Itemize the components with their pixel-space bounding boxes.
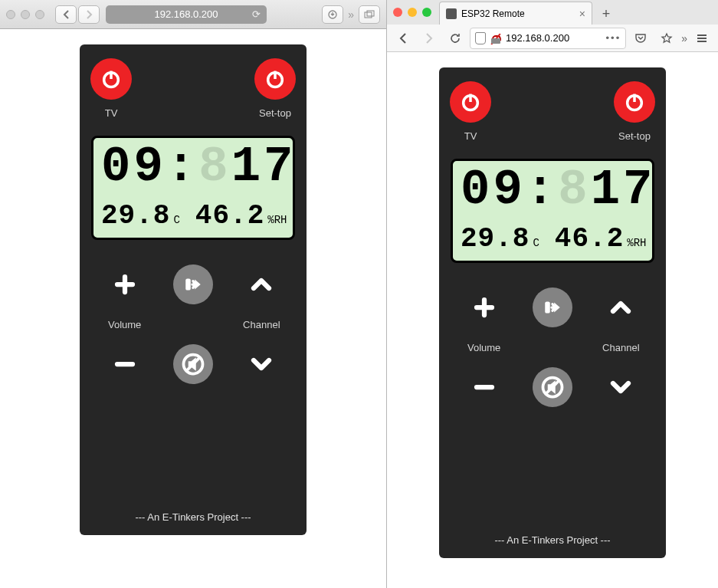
temperature-unit: C — [533, 237, 539, 249]
clock-hours: 09 — [101, 143, 166, 192]
address-text: 192.168.0.200 — [154, 8, 218, 20]
volume-down-button[interactable] — [105, 344, 145, 384]
power-settop-button[interactable] — [614, 81, 655, 123]
svg-rect-7 — [185, 278, 191, 290]
insecure-lock-icon — [490, 33, 501, 44]
svg-rect-2 — [367, 11, 374, 16]
traffic-minimize[interactable] — [408, 8, 417, 17]
browser-tab[interactable]: ESP32 Remote × — [439, 2, 592, 25]
volume-up-button[interactable] — [105, 264, 145, 304]
clock-hours: 09 — [461, 166, 526, 215]
tabs-button[interactable] — [359, 5, 380, 24]
bookmark-button[interactable] — [655, 28, 678, 49]
remote-card: TV Set-top 09:817 29.8C 46.2%RH — [439, 67, 666, 558]
temperature-value: 29.8 — [101, 200, 170, 232]
channel-label: Channel — [602, 342, 639, 353]
footer-text: --- An E-Tinkers Project --- — [135, 511, 251, 523]
meatball-icon[interactable]: ••• — [606, 32, 621, 44]
safari-toolbar: 192.168.0.200 ⟳ » — [0, 0, 386, 29]
firefox-tabstrip: ESP32 Remote × + — [387, 0, 718, 25]
power-settop-label: Set-top — [259, 107, 291, 119]
volume-down-button[interactable] — [464, 367, 504, 407]
channel-down-button[interactable] — [241, 344, 281, 384]
power-settop-label: Set-top — [618, 130, 651, 142]
enter-button[interactable] — [173, 264, 213, 304]
address-bar[interactable]: 192.168.0.200 ••• — [470, 28, 626, 49]
humidity-unit: %RH — [267, 214, 287, 226]
svg-rect-14 — [545, 301, 550, 313]
mute-button[interactable] — [533, 367, 572, 407]
tab-title: ESP32 Remote — [461, 8, 575, 19]
close-tab-icon[interactable]: × — [579, 8, 585, 20]
channel-up-button[interactable] — [601, 287, 641, 327]
svg-rect-1 — [365, 12, 372, 18]
volume-up-button[interactable] — [464, 287, 504, 327]
firefox-toolbar: 192.168.0.200 ••• » — [387, 25, 718, 52]
favicon — [446, 8, 457, 19]
traffic-zoom[interactable] — [35, 10, 44, 19]
temperature-unit: C — [173, 214, 179, 226]
power-settop-button[interactable] — [254, 58, 296, 100]
traffic-zoom[interactable] — [422, 8, 431, 17]
overflow-icon[interactable]: » — [681, 32, 687, 44]
power-tv-label: TV — [464, 130, 477, 142]
reload-icon[interactable]: ⟳ — [252, 8, 261, 20]
humidity-value: 46.2 — [195, 200, 264, 232]
power-tv-label: TV — [105, 107, 118, 119]
back-button[interactable] — [55, 5, 77, 24]
traffic-close[interactable] — [393, 8, 402, 17]
lcd-display: 09:817 29.8C 46.2%RH — [451, 159, 654, 263]
address-text: 192.168.0.200 — [506, 32, 602, 44]
mute-button[interactable] — [173, 344, 213, 384]
menu-button[interactable] — [690, 28, 713, 49]
new-tab-button[interactable]: + — [595, 3, 617, 25]
footer-text: --- An E-Tinkers Project --- — [494, 534, 610, 546]
traffic-close[interactable] — [6, 10, 15, 19]
channel-down-button[interactable] — [601, 367, 641, 407]
remote-card: TV Set-top 09:817 29.8C 46.2%RH — [80, 44, 307, 535]
clock-minutes: 17 — [591, 166, 656, 215]
channel-label: Channel — [243, 319, 280, 330]
traffic-minimize[interactable] — [21, 10, 30, 19]
forward-button[interactable] — [78, 5, 100, 24]
temperature-value: 29.8 — [461, 223, 529, 255]
volume-label: Volume — [467, 342, 500, 353]
humidity-unit: %RH — [627, 237, 646, 249]
downloads-button[interactable] — [322, 5, 343, 24]
pocket-button[interactable] — [629, 28, 652, 49]
overflow-icon[interactable]: » — [348, 8, 354, 21]
reload-button[interactable] — [444, 28, 467, 49]
back-button[interactable] — [392, 28, 415, 49]
volume-label: Volume — [108, 319, 141, 330]
clock-minutes: 17 — [231, 143, 297, 192]
address-bar[interactable]: 192.168.0.200 ⟳ — [106, 5, 267, 24]
shield-icon — [475, 32, 486, 44]
enter-button[interactable] — [533, 287, 572, 327]
channel-up-button[interactable] — [241, 264, 281, 304]
forward-button[interactable] — [418, 28, 441, 49]
lcd-display: 09:817 29.8C 46.2%RH — [91, 136, 295, 240]
humidity-value: 46.2 — [555, 223, 624, 255]
power-tv-button[interactable] — [450, 81, 491, 123]
power-tv-button[interactable] — [90, 58, 132, 100]
